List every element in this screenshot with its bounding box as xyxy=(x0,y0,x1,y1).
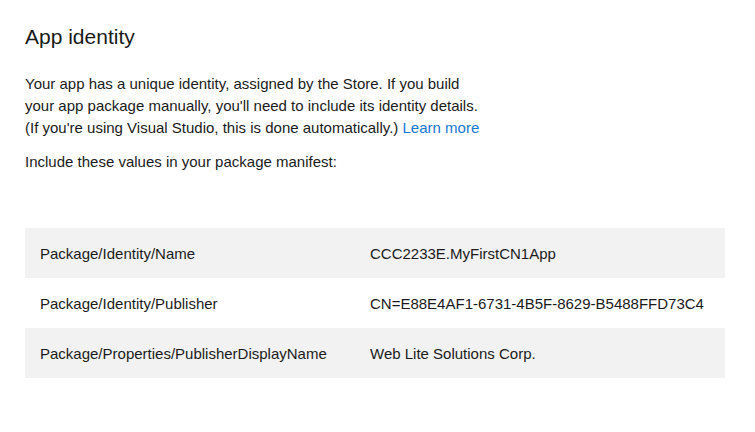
manifest-value: CCC2233E.MyFirstCN1App xyxy=(370,245,725,262)
manifest-key: Package/Identity/Publisher xyxy=(25,295,370,312)
intro-line-1: Your app has a unique identity, assigned… xyxy=(25,73,730,95)
manifest-value: Web Lite Solutions Corp. xyxy=(370,345,725,362)
intro-line-3-text: (If you're using Visual Studio, this is … xyxy=(25,119,398,136)
intro-line-2: your app package manually, you'll need t… xyxy=(25,95,730,117)
table-row: Package/Identity/Name CCC2233E.MyFirstCN… xyxy=(25,228,725,278)
table-row: Package/Properties/PublisherDisplayName … xyxy=(25,328,725,378)
manifest-instruction: Include these values in your package man… xyxy=(25,151,730,173)
intro-line-3: (If you're using Visual Studio, this is … xyxy=(25,117,730,139)
intro-text: Your app has a unique identity, assigned… xyxy=(25,73,730,139)
identity-table: Package/Identity/Name CCC2233E.MyFirstCN… xyxy=(25,228,725,378)
manifest-key: Package/Properties/PublisherDisplayName xyxy=(25,345,370,362)
app-identity-page: App identity Your app has a unique ident… xyxy=(0,24,755,378)
learn-more-link[interactable]: Learn more xyxy=(403,119,480,136)
manifest-value: CN=E88E4AF1-6731-4B5F-8629-B5488FFD73C4 xyxy=(370,295,725,312)
table-row: Package/Identity/Publisher CN=E88E4AF1-6… xyxy=(25,278,725,328)
page-title: App identity xyxy=(25,24,730,49)
manifest-key: Package/Identity/Name xyxy=(25,245,370,262)
